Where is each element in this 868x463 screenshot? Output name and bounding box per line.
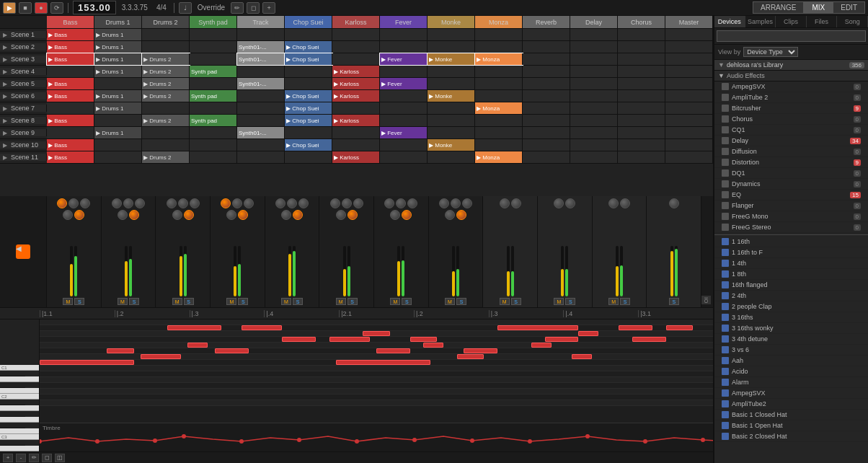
clip-s9-monza[interactable] [475, 127, 523, 138]
clip-s1-bass[interactable]: ▶ Bass [47, 29, 94, 40]
clip-s3-master[interactable] [665, 53, 713, 65]
fader-ms[interactable] [670, 246, 673, 296]
view-by-select[interactable]: Device Type Manufacturer [743, 47, 798, 57]
knob-ka-1[interactable] [384, 198, 394, 208]
solo-tr[interactable]: S [293, 298, 303, 305]
clip-s2-fever[interactable] [380, 41, 428, 53]
clip-s4-kar[interactable]: ▶ Karloss [332, 66, 380, 77]
clip-s5-synth[interactable] [190, 78, 237, 89]
clip-s3-drums1[interactable]: ▶ Drums 1 [94, 53, 142, 65]
item-freeg-stereo[interactable]: FreeG Stereo 0 [714, 222, 868, 233]
knob-d2-3[interactable] [190, 198, 200, 208]
mute-sy[interactable]: M [226, 298, 236, 305]
clip-s9-master[interactable] [665, 127, 713, 138]
clip-s9-fever[interactable]: ▶ Fever [380, 127, 428, 138]
knob-tr-3[interactable] [298, 198, 309, 208]
knob-sy-4[interactable] [226, 210, 236, 220]
clip-s6-drums2[interactable]: ▶ Drums 2 [142, 90, 190, 102]
clip-s8-kar[interactable]: ▶ Karloss [332, 115, 380, 126]
pr-zoom-in[interactable]: + [3, 454, 13, 462]
item-2-people-clap[interactable]: 2 people Clap [714, 301, 868, 312]
fader-fv-r[interactable] [456, 246, 459, 296]
clip-s6-chop[interactable]: ▶ Chop Suei [285, 90, 332, 102]
knob-bass-5[interactable] [74, 210, 84, 220]
clip-s2-delay[interactable] [570, 41, 618, 53]
loop-button[interactable]: ⟳ [50, 2, 63, 14]
clip-s9-chop[interactable] [285, 127, 332, 138]
fader-bass-r[interactable] [74, 246, 77, 296]
clip-s3-kar[interactable] [332, 53, 380, 65]
clip-s10-track[interactable] [237, 139, 285, 151]
mute-fv[interactable]: M [445, 298, 455, 305]
clip-s11-chop[interactable] [285, 151, 332, 163]
item-amplitube2-2[interactable]: AmpliTube2 [714, 399, 868, 410]
clip-s7-synth[interactable] [190, 102, 237, 114]
clip-s6-master[interactable] [665, 90, 713, 102]
clip-s3-monke[interactable]: ▶ Monke [428, 53, 475, 65]
clip-s4-synth[interactable]: Synth pad [190, 66, 237, 77]
item-basic-closed-hat[interactable]: Basic 1 Closed Hat [714, 410, 868, 420]
knob-fv-3[interactable] [462, 198, 472, 208]
clip-s9-bass[interactable] [47, 127, 94, 138]
fader-ms-r[interactable] [675, 246, 678, 296]
clip-s10-drums2[interactable] [142, 139, 190, 151]
clip-s3-delay[interactable] [570, 53, 618, 65]
knob-rv-1[interactable] [500, 198, 510, 208]
solo-rv[interactable]: S [511, 298, 521, 305]
clip-s4-bass[interactable] [47, 66, 94, 77]
clip-s10-delay[interactable] [570, 139, 618, 151]
metronome-button[interactable]: ♩ [179, 2, 192, 14]
clip-s2-chop[interactable]: ▶ Chop Suei [285, 41, 332, 53]
clip-s2-track[interactable]: Synth01-... [237, 41, 285, 53]
item-3-4th-detune[interactable]: 3 4th detune [714, 334, 868, 345]
clip-s8-monza[interactable] [475, 115, 523, 126]
clip-s2-synth[interactable] [190, 41, 237, 53]
clip-s9-track[interactable]: Synth01-... [237, 127, 285, 138]
fader-ka-r[interactable] [402, 246, 404, 296]
clip-s8-monke[interactable] [428, 115, 475, 126]
clip-s10-monza[interactable] [475, 139, 523, 151]
knob-dl-2[interactable] [565, 198, 575, 208]
clip-s6-synth[interactable]: Synth pad [190, 90, 237, 102]
clip-s9-synth[interactable] [190, 127, 237, 138]
item-distortion[interactable]: Distortion 9 [714, 157, 868, 168]
clip-s10-chorus[interactable] [618, 139, 665, 151]
fader-sy-r[interactable] [238, 246, 241, 296]
clip-s1-fever[interactable] [380, 29, 428, 40]
clip-s9-drums1[interactable]: ▶ Drums 1 [94, 127, 142, 138]
item-bitcrusher[interactable]: Bitcrusher 9 [714, 103, 868, 114]
clip-s5-drums1[interactable] [94, 78, 142, 89]
clip-s8-track[interactable] [237, 115, 285, 126]
clip-s9-reverb[interactable] [523, 127, 570, 138]
item-alarm[interactable]: Alarm [714, 377, 868, 388]
knob-ch-1[interactable] [330, 198, 340, 208]
clip-s11-monke[interactable] [428, 151, 475, 163]
scene-play-2[interactable]: ▶ [3, 44, 9, 50]
scene-play-9[interactable]: ▶ [3, 130, 9, 136]
fader-d2[interactable] [180, 246, 182, 296]
clip-s3-fever[interactable]: ▶ Fever [380, 53, 428, 65]
item-flanger[interactable]: Flanger 0 [714, 200, 868, 211]
clip-s2-master[interactable] [665, 41, 713, 53]
mute-d2[interactable]: M [172, 298, 182, 305]
clip-s9-drums2[interactable] [142, 127, 190, 138]
clip-s5-monza[interactable] [475, 78, 523, 89]
item-16th[interactable]: 1 16th [714, 237, 868, 247]
knob-d2-2[interactable] [178, 198, 188, 208]
clip-s10-synth[interactable] [190, 139, 237, 151]
clip-s6-chorus[interactable] [618, 90, 665, 102]
clip-s7-track[interactable] [237, 102, 285, 114]
mute-ch[interactable]: M [336, 298, 346, 305]
item-2-4th[interactable]: 2 4th [714, 291, 868, 301]
clip-s5-chop[interactable] [285, 78, 332, 89]
scene-play-4[interactable]: ▶ [3, 69, 9, 74]
clip-s1-monza[interactable] [475, 29, 523, 40]
item-dynamics[interactable]: Dynamics 0 [714, 179, 868, 190]
clip-s8-delay[interactable] [570, 115, 618, 126]
clip-s7-kar[interactable] [332, 102, 380, 114]
clip-s6-bass[interactable]: ▶ Bass [47, 90, 94, 102]
knob-bass-3[interactable] [80, 198, 90, 208]
knob-ch-3[interactable] [353, 198, 363, 208]
knob-sy-3[interactable] [244, 198, 254, 208]
clip-s1-master[interactable] [665, 29, 713, 40]
